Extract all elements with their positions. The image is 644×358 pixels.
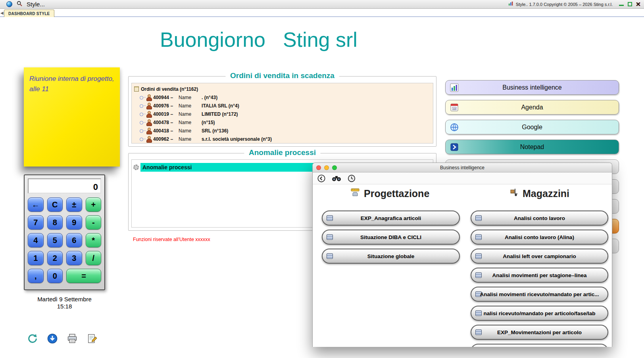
- bi-button-analisi-conto-lavoro-alina[interactable]: Analisi conto lavoro (Alina): [471, 230, 608, 245]
- tree-branch-icon[interactable]: [139, 136, 146, 142]
- search-icon[interactable]: [16, 0, 23, 8]
- scroll-left-icon[interactable]: ◀: [0, 11, 4, 15]
- order-row[interactable]: 400976 – Name ITALIA SRL (n°4): [134, 101, 431, 110]
- bi-titlebar[interactable]: Business intelligence: [313, 163, 612, 172]
- time-label: 15:18: [24, 303, 105, 310]
- bi-button-exp-movimentazioni-articolo[interactable]: EXP_Movimentazioni per articolo: [471, 325, 608, 340]
- app-title: Style...: [27, 1, 45, 8]
- bi-button-analisi-left-over[interactable]: Analisi left over campionario: [471, 249, 608, 264]
- key-equals[interactable]: =: [66, 269, 101, 283]
- tree-branch-icon[interactable]: [139, 103, 146, 109]
- bi-button-analisi-movimenti-stagione-linea[interactable]: Analisi movimenti per stagione–linea: [471, 268, 608, 283]
- bi-button-label: EXP_Movimentazioni per articolo: [471, 325, 607, 339]
- tab-dashboard-style[interactable]: DASHBOARD STYLE: [4, 10, 54, 17]
- sidebar-item-label: Business intelligence: [446, 84, 619, 91]
- order-row[interactable]: 400944 – Name . (n°43): [134, 93, 431, 101]
- key-comma[interactable]: ,: [28, 269, 44, 283]
- edit-note-icon[interactable]: [86, 332, 98, 345]
- key-3[interactable]: 3: [66, 251, 82, 265]
- download-icon[interactable]: [46, 332, 59, 345]
- note-line1: Riunione interna di progetto,: [29, 74, 114, 84]
- maximize-button[interactable]: [627, 2, 632, 7]
- bi-button-situazione-diba-cicli[interactable]: Situazione DIBA e CICLI: [322, 230, 460, 245]
- key-divide[interactable]: /: [86, 251, 102, 265]
- refresh-icon[interactable]: [26, 332, 39, 345]
- anomalies-row-label: Anomalie processi: [142, 164, 192, 170]
- minimize-window-button[interactable]: [324, 165, 329, 170]
- order-code: 400976 –: [153, 103, 173, 109]
- order-detail: SRL (n°136): [202, 128, 228, 134]
- sidebar-item-google[interactable]: Google: [445, 120, 619, 134]
- bi-toolbar: [313, 172, 612, 184]
- close-window-button[interactable]: [316, 165, 321, 170]
- key-8[interactable]: 8: [47, 215, 63, 230]
- notepad-icon: [450, 142, 459, 152]
- chart-icon: [508, 1, 513, 7]
- calculator-keys: ← C ± + 7 8 9 - 4 5 6 * 1 2 3 / , 0 =: [28, 197, 101, 283]
- customer-icon: [146, 119, 152, 125]
- key-minus[interactable]: -: [86, 215, 102, 230]
- bi-button-analisi-movimenti-ricevuto-mandato[interactable]: Analisi movimenti ricevuto/mandato per a…: [471, 287, 608, 302]
- key-4[interactable]: 4: [28, 233, 44, 247]
- sticky-note[interactable]: Riunione interna di progetto, alle 11: [24, 67, 120, 167]
- orders-tree[interactable]: Ordini di vendita (n°1162) 400944 – Name…: [131, 83, 433, 144]
- minimize-button[interactable]: [619, 2, 624, 7]
- tab-bar: ◀ DASHBOARD STYLE: [0, 9, 644, 17]
- tree-branch-icon[interactable]: [139, 95, 146, 100]
- calculator-widget: 0 ← C ± + 7 8 9 - 4 5 6 * 1 2 3 / , 0 =: [24, 174, 105, 290]
- order-row[interactable]: 400019 – Name LIMITED (n°172): [134, 110, 431, 118]
- key-5[interactable]: 5: [47, 233, 63, 247]
- tree-branch-icon[interactable]: [139, 111, 146, 117]
- key-0[interactable]: 0: [47, 269, 63, 283]
- clock-icon[interactable]: [347, 174, 356, 183]
- sidebar-item-label: Notepad: [446, 144, 619, 151]
- bi-button-partial[interactable]: [471, 344, 608, 347]
- tree-branch-icon[interactable]: [139, 128, 146, 134]
- back-icon[interactable]: [317, 174, 326, 183]
- calculator-display: 0: [28, 178, 101, 193]
- orders-tree-root[interactable]: Ordini di vendita (n°1162): [134, 85, 431, 93]
- bi-button-analisi-conto-lavoro[interactable]: Analisi conto lavoro: [471, 211, 608, 226]
- binoculars-icon[interactable]: [332, 174, 341, 183]
- sidebar-item-business-intelligence[interactable]: Business intelligence: [445, 80, 619, 95]
- key-clear[interactable]: C: [47, 197, 63, 212]
- customer-icon: [146, 128, 152, 134]
- key-plus[interactable]: +: [86, 197, 102, 212]
- order-detail: LIMITED (n°172): [202, 111, 238, 117]
- order-row[interactable]: 400418 – Name SRL (n°136): [134, 126, 431, 135]
- section-progettazione: Progettazione: [350, 188, 429, 199]
- tree-branch-icon[interactable]: [139, 120, 146, 125]
- key-7[interactable]: 7: [28, 215, 44, 230]
- bi-button-label: Situazione DIBA e CICLI: [323, 230, 459, 244]
- greeting-word: Buongiorno: [160, 28, 265, 51]
- customer-icon: [146, 111, 152, 117]
- page-title: BuongiornoSting srl: [160, 28, 358, 52]
- sidebar-item-label: Agenda: [446, 104, 619, 111]
- order-customer: Name: [179, 136, 191, 142]
- globe-icon[interactable]: [6, 1, 12, 7]
- bi-button-exp-anagrafica-articoli[interactable]: EXP_Anagrafica articoli: [322, 211, 460, 226]
- bi-button-situazione-globale[interactable]: Situazione globale: [322, 249, 460, 264]
- restricted-functions-note: Funzioni riservate all'Utente xxxxxx: [133, 237, 210, 242]
- close-button[interactable]: ✕: [635, 2, 641, 7]
- bi-button-label: Situazione globale: [323, 249, 459, 263]
- printer-icon[interactable]: [66, 332, 79, 345]
- order-detail: s.r.l. società unipersonale (n°3): [202, 136, 272, 142]
- tab-label: DASHBOARD STYLE: [8, 11, 50, 16]
- order-code: 400418 –: [153, 128, 173, 134]
- key-2[interactable]: 2: [47, 251, 63, 265]
- key-6[interactable]: 6: [66, 233, 82, 247]
- sidebar-item-notepad[interactable]: Notepad: [445, 140, 619, 154]
- key-plusminus[interactable]: ±: [66, 197, 82, 212]
- bi-button-label: Analisi movimenti per stagione–linea: [471, 268, 607, 282]
- order-row[interactable]: 400478 – Name (n°15): [134, 118, 431, 126]
- order-row[interactable]: 400962 – Name s.r.l. società unipersonal…: [134, 135, 431, 143]
- zoom-window-button[interactable]: [332, 165, 337, 170]
- sidebar-item-agenda[interactable]: 13 Agenda: [445, 100, 619, 115]
- key-multiply[interactable]: *: [86, 233, 102, 247]
- key-backspace[interactable]: ←: [28, 197, 44, 212]
- bi-button-analisi-ricevuto-mandato-fase-lab[interactable]: nalisi ricevuto/mandato per articolo/fas…: [471, 306, 608, 321]
- key-1[interactable]: 1: [28, 251, 44, 265]
- key-9[interactable]: 9: [66, 215, 82, 230]
- order-detail: (n°15): [202, 120, 215, 125]
